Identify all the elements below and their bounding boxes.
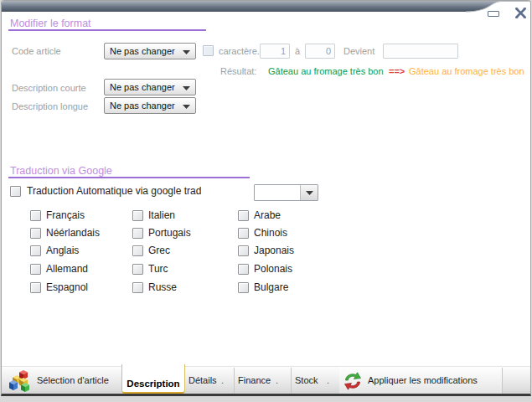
label-espagnol: Espagnol [46,282,88,293]
tab-description-active[interactable]: Description [121,364,185,394]
code-article-label: Code article [12,46,61,57]
apply-modifications-label: Appliquer les modifications [368,375,478,385]
chevron-down-icon [183,100,190,111]
screen: { "window": { "minimize_icon": "▭", "clo… [0,0,532,402]
code-article-combo-value: Ne pas changer [110,46,175,56]
tab-finance[interactable]: Finance . [235,367,291,395]
chevron-down-icon [300,185,318,200]
tab-description-label: Description [127,379,179,389]
label-neerlandais: Néérlandais [46,228,100,239]
label-polonais: Polonais [254,264,292,275]
description-courte-combo[interactable]: Ne pas changer [104,79,196,95]
tab-finance-dot: . [276,375,278,385]
label-allemand: Allemand [46,264,88,275]
checkbox-portugais[interactable] [132,228,143,239]
checkbox-neerlandais[interactable] [30,228,41,239]
minimize-icon [488,11,499,17]
close-icon [514,8,527,18]
colored-cubes-icon [8,369,32,393]
description-courte-combo-value: Ne pas changer [110,82,175,92]
section-title-traduction: Traduction via Google [10,165,112,177]
section-title-format: Modifier le format [10,18,91,29]
chevron-down-icon [183,82,190,92]
tab-stock-label: Stock [295,375,318,385]
label-bulgare: Bulgare [254,282,288,293]
label-grec: Grec [148,245,170,256]
checkbox-francais[interactable] [30,210,41,221]
checkbox-chinois[interactable] [238,228,249,239]
char-to-input [305,44,335,59]
auto-translation-checkbox[interactable] [10,186,21,197]
bottom-tab-strip: Sélection d'article Description Détails … [2,366,530,395]
description-longue-label: Description longue [12,101,88,112]
description-longue-combo[interactable]: Ne pas changer [104,97,196,114]
checkbox-anglais[interactable] [30,245,41,256]
caractere-label: caractère. [219,46,260,57]
tab-details-dot: . [221,375,224,385]
section-underline-format [8,29,206,31]
chevron-down-icon [183,46,190,56]
checkbox-grec[interactable] [132,245,143,256]
label-turc: Turc [148,264,168,275]
label-italien: Italien [148,210,175,221]
tab-finance-label: Finance [238,375,271,385]
label-portugais: Portugais [148,228,191,239]
char-a-label: à [295,46,300,57]
label-japonais: Japonais [254,245,294,256]
tab-stock-dot: . [327,375,329,385]
section-underline-traduction [8,177,250,178]
minimize-button[interactable] [486,8,501,18]
checkbox-polonais[interactable] [238,264,249,275]
label-arabe: Arabe [254,210,281,221]
resultat-arrow: ==> [389,66,405,76]
checkbox-turc[interactable] [132,264,143,275]
description-longue-combo-value: Ne pas changer [110,100,175,111]
label-chinois: Chinois [254,228,287,239]
auto-translation-label: Traduction Automatique via google trad [27,186,201,197]
checkbox-japonais[interactable] [238,245,249,256]
apply-modifications-button[interactable]: Appliquer les modifications [339,367,502,395]
checkbox-russe[interactable] [132,282,143,293]
label-anglais: Anglais [46,245,79,256]
language-combo-value [255,185,300,200]
description-courte-label: Description courte [12,83,86,94]
tab-separator [502,368,503,394]
code-article-combo[interactable]: Ne pas changer [104,43,196,59]
checkbox-allemand[interactable] [30,264,41,275]
sync-arrows-icon [342,370,364,392]
devient-input [383,44,458,59]
tab-details[interactable]: Détails . [185,367,234,395]
tab-selection-article[interactable]: Sélection d'article [2,367,121,395]
char-from-input [260,44,290,59]
resultat-after-text: Gâteau au fromage très bon [409,66,524,76]
tab-details-label: Détails [189,375,217,385]
resultat-before-text: Gâteau au fromage très bon [268,66,384,76]
checkbox-bulgare[interactable] [238,282,249,293]
checkbox-espagnol[interactable] [30,282,41,293]
devient-label: Devient [343,46,374,57]
resultat-label: Résultat: [220,66,256,77]
label-russe: Russe [148,282,177,293]
close-button[interactable] [513,7,528,19]
tab-stock[interactable]: Stock . [292,367,339,395]
checkbox-italien[interactable] [132,210,143,221]
dialog-window: Modifier le format Code article Ne pas c… [1,0,531,396]
tab-selection-article-label: Sélection d'article [37,375,109,385]
caractere-checkbox [203,45,214,56]
titlebar-swoosh [2,1,530,13]
label-francais: Français [46,210,85,221]
language-combo[interactable] [254,184,318,201]
checkbox-arabe[interactable] [238,210,249,221]
